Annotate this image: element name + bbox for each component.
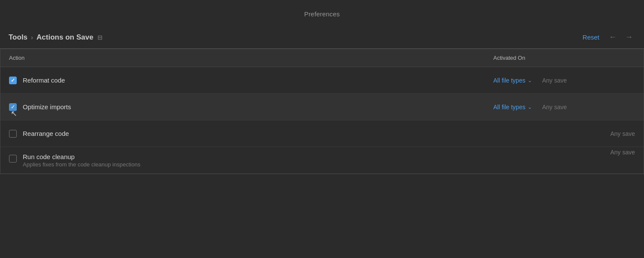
row-left-optimize: ✓ Optimize imports ↖	[9, 103, 493, 111]
cursor-pointer-icon: ↖	[11, 109, 17, 118]
preferences-title: Preferences	[0, 5, 644, 22]
row-right-cleanup: Any save	[493, 147, 635, 156]
title-bar: Preferences	[0, 0, 644, 26]
table-row: ✓ Reformat code All file types ⌄ Any sav…	[0, 67, 644, 94]
checkbox-cleanup[interactable]	[9, 155, 17, 163]
action-label-optimize: Optimize imports	[23, 103, 71, 111]
action-label-cleanup: Run code cleanup	[23, 153, 140, 160]
actions-table: Action Activated On ✓ Reformat code All …	[0, 49, 644, 174]
checkbox-reformat[interactable]: ✓	[9, 77, 17, 84]
table-header: Action Activated On	[0, 49, 644, 67]
action-label-rearrange: Rearrange code	[23, 130, 69, 137]
col-action-header: Action	[9, 55, 493, 61]
activated-on-rearrange: Any save	[610, 130, 635, 137]
table-row: ✓ Optimize imports ↖ All file types ⌄ An…	[0, 94, 644, 120]
nav-arrows: ← →	[606, 32, 635, 43]
file-types-dropdown-reformat[interactable]: All file types ⌄	[493, 77, 532, 84]
row-left-cleanup: Run code cleanup Applies fixes from the …	[9, 153, 493, 168]
col-activated-header: Activated On	[493, 55, 635, 61]
action-sublabel-cleanup: Applies fixes from the code cleanup insp…	[23, 161, 140, 168]
activated-on-optimize: Any save	[542, 104, 567, 111]
table-row: Rearrange code Any save	[0, 120, 644, 147]
row-right-rearrange: Any save	[493, 130, 635, 137]
reset-button[interactable]: Reset	[583, 34, 599, 41]
breadcrumb-current: Actions on Save	[36, 33, 93, 42]
file-types-label-optimize: All file types	[493, 104, 526, 111]
row-right-reformat: All file types ⌄ Any save	[493, 77, 635, 84]
checkbox-rearrange[interactable]	[9, 130, 17, 138]
activated-on-reformat: Any save	[542, 77, 567, 84]
nav-back-button[interactable]: ←	[606, 32, 619, 43]
action-label-reformat: Reformat code	[23, 77, 65, 84]
chevron-down-icon-reformat: ⌄	[528, 77, 532, 83]
row-right-optimize: All file types ⌄ Any save	[493, 104, 635, 111]
row-left-reformat: ✓ Reformat code	[9, 77, 493, 84]
row-left-rearrange: Rearrange code	[9, 130, 493, 138]
page-icon[interactable]: ⊟	[97, 34, 103, 41]
breadcrumb-separator: ›	[31, 34, 33, 41]
toolbar-bar: Tools › Actions on Save ⊟ Reset ← →	[0, 26, 644, 49]
preferences-window: Preferences Tools › Actions on Save ⊟ Re…	[0, 0, 644, 174]
chevron-down-icon-optimize: ⌄	[528, 104, 532, 110]
file-types-label-reformat: All file types	[493, 77, 526, 84]
activated-on-cleanup: Any save	[610, 149, 635, 156]
table-row: Run code cleanup Applies fixes from the …	[0, 147, 644, 174]
nav-forward-button[interactable]: →	[623, 32, 635, 43]
file-types-dropdown-optimize[interactable]: All file types ⌄	[493, 104, 532, 111]
breadcrumb-parent[interactable]: Tools	[9, 33, 27, 42]
